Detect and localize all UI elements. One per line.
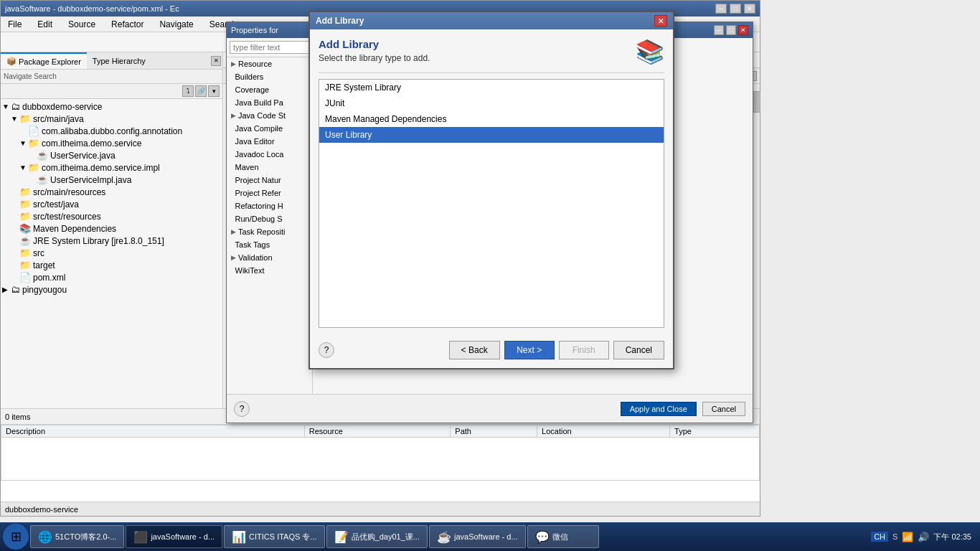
props-item-label-maven: Maven bbox=[235, 163, 259, 171]
arrow-builders bbox=[231, 73, 233, 80]
scrollbar-thumb[interactable] bbox=[753, 91, 760, 113]
props-item-label-validation: Validation bbox=[238, 253, 273, 262]
props-item-run-debug[interactable]: Run/Debug S bbox=[227, 212, 312, 225]
arrow-task-tags bbox=[231, 241, 233, 248]
separator bbox=[319, 72, 664, 73]
tab-type-hierarchy[interactable]: Type Hierarchy bbox=[87, 52, 151, 69]
menu-file[interactable]: File bbox=[4, 18, 26, 31]
cancel-dialog-button[interactable]: Cancel bbox=[613, 341, 664, 359]
start-button[interactable]: ⊞ bbox=[3, 524, 29, 550]
taskbar-item-javasoftware2[interactable]: ☕ javaSoftware - d... bbox=[429, 525, 526, 548]
dialog-close-btn[interactable]: ✕ bbox=[654, 15, 667, 27]
label-src-test-java: src/test/java bbox=[33, 199, 79, 209]
props-item-task-repositi[interactable]: ▶ Task Repositi bbox=[227, 225, 312, 238]
props-item-maven[interactable]: Maven bbox=[227, 161, 312, 174]
back-button[interactable]: < Back bbox=[449, 341, 500, 359]
tree-item-dubboxdemo[interactable]: ▼ 🗂 dubboxdemo-service bbox=[2, 100, 221, 113]
library-item-user[interactable]: User Library bbox=[319, 127, 664, 143]
props-item-builders[interactable]: Builders bbox=[227, 70, 312, 83]
props-item-label-resource: Resource bbox=[238, 60, 272, 68]
taskbar-item-wechat[interactable]: 💬 微信 bbox=[527, 525, 599, 548]
ide-minimize-btn[interactable]: ─ bbox=[715, 4, 727, 14]
arrow-dubboxdemo: ▼ bbox=[2, 103, 11, 110]
arrow-com-itheima-impl: ▼ bbox=[19, 164, 28, 171]
props-item-project-refer[interactable]: Project Refer bbox=[227, 187, 312, 199]
add-library-dialog: Add Library ✕ Add Library Select the lib… bbox=[308, 11, 674, 369]
label-com-alibaba: com.alibaba.dubbo.config.annotation bbox=[42, 126, 182, 136]
props-maximize[interactable]: □ bbox=[726, 25, 736, 35]
tree-item-userservice[interactable]: ☕ UserService.java bbox=[2, 149, 221, 161]
tree-item-src[interactable]: 📁 src bbox=[2, 247, 221, 259]
tree-item-target[interactable]: 📁 target bbox=[2, 259, 221, 271]
props-item-validation[interactable]: ▶ Validation bbox=[227, 251, 312, 264]
tree-item-com-itheima-impl[interactable]: ▼ 📁 com.itheima.demo.service.impl bbox=[2, 161, 221, 174]
library-item-jre[interactable]: JRE System Library bbox=[319, 80, 664, 95]
link-editor-btn[interactable]: 🔗 bbox=[195, 85, 207, 97]
arrow-com-alibaba bbox=[19, 127, 28, 135]
tree-item-src-test-resources[interactable]: 📁 src/test/resources bbox=[2, 210, 221, 222]
taskbar-label-word: 品优购_day01_课... bbox=[352, 532, 420, 542]
help-btn[interactable]: ? bbox=[234, 401, 250, 417]
lang-indicator[interactable]: CН bbox=[871, 532, 888, 542]
tree-item-maven-dependencies[interactable]: 📚 Maven Dependencies bbox=[2, 222, 221, 235]
props-item-resource[interactable]: ▶ Resource bbox=[227, 57, 312, 70]
tree-item-com-alibaba[interactable]: 📄 com.alibaba.dubbo.config.annotation bbox=[2, 125, 221, 137]
taskbar-item-word[interactable]: 📝 品优购_day01_课... bbox=[326, 525, 428, 548]
library-item-junit[interactable]: JUnit bbox=[319, 95, 664, 111]
tree-item-src-test-java[interactable]: 📁 src/test/java bbox=[2, 198, 221, 210]
tree-item-pom-xml[interactable]: 📄 pom.xml bbox=[2, 271, 221, 283]
tab-package-explorer[interactable]: 📦 Package Explorer bbox=[1, 52, 87, 69]
cancel-button[interactable]: Cancel bbox=[702, 402, 745, 416]
panel-menu-btn[interactable]: ▾ bbox=[208, 85, 220, 97]
props-item-java-build[interactable]: Java Build Pa bbox=[227, 96, 312, 109]
ide-status-bar: dubboxdemo-service bbox=[1, 501, 760, 516]
menu-source[interactable]: Source bbox=[64, 18, 100, 31]
tree-item-pingyougou[interactable]: ▶ 🗂 pingyougou bbox=[2, 283, 221, 296]
next-button[interactable]: Next > bbox=[504, 341, 555, 359]
library-item-maven[interactable]: Maven Managed Dependencies bbox=[319, 111, 664, 127]
finish-button[interactable]: Finish bbox=[559, 341, 609, 359]
panel-tab-toolbar: ⤵ 🔗 ▾ bbox=[1, 84, 222, 99]
label-target: target bbox=[33, 260, 55, 270]
tree-item-com-itheima-service[interactable]: ▼ 📁 com.itheima.demo.service bbox=[2, 137, 221, 149]
apply-close-button[interactable]: Apply and Close bbox=[621, 402, 697, 416]
scrollbar[interactable] bbox=[753, 84, 760, 410]
ide-maximize-btn[interactable]: □ bbox=[730, 4, 741, 14]
props-item-label-java-compile: Java Compile bbox=[235, 124, 283, 133]
collapse-all-btn[interactable]: ⤵ bbox=[182, 85, 194, 97]
taskbar-item-citics[interactable]: 📊 CITICS ITAQS 专... bbox=[224, 525, 325, 548]
props-close[interactable]: ✕ bbox=[738, 25, 748, 35]
props-item-java-code[interactable]: ▶ Java Code St bbox=[227, 109, 312, 122]
props-item-coverage[interactable]: Coverage bbox=[227, 83, 312, 96]
col-location: Location bbox=[537, 425, 670, 438]
props-item-label-builders: Builders bbox=[235, 72, 264, 81]
props-item-refactoring[interactable]: Refactoring H bbox=[227, 199, 312, 212]
dialog-heading: Add Library bbox=[319, 38, 430, 50]
props-item-java-compile[interactable]: Java Compile bbox=[227, 122, 312, 135]
menu-navigate[interactable]: Navigate bbox=[155, 18, 197, 31]
tree-item-userserviceimpl[interactable]: ☕ UserServiceImpl.java bbox=[2, 174, 221, 186]
props-item-java-editor[interactable]: Java Editor bbox=[227, 135, 312, 148]
props-minimize[interactable]: ─ bbox=[714, 25, 724, 35]
menu-edit[interactable]: Edit bbox=[33, 18, 57, 31]
items-count: 0 items bbox=[5, 413, 30, 421]
menu-refactor[interactable]: Refactor bbox=[107, 18, 148, 31]
ide-close-btn[interactable]: ✕ bbox=[744, 4, 755, 14]
tree-item-src-main-resources[interactable]: 📁 src/main/resources bbox=[2, 186, 221, 198]
ide-title: javaSoftware - dubboxdemo-service/pom.xm… bbox=[5, 4, 179, 13]
props-item-task-tags[interactable]: Task Tags bbox=[227, 238, 312, 251]
tree-item-src-main-java[interactable]: ▼ 📁 src/main/java bbox=[2, 113, 221, 125]
panel-close-btn[interactable]: ✕ bbox=[211, 56, 221, 66]
props-item-label-java-build: Java Build Pa bbox=[235, 98, 283, 107]
taskbar-item-intellij[interactable]: ⬛ javaSoftware - d... bbox=[126, 525, 222, 548]
filter-input[interactable] bbox=[230, 41, 309, 54]
dialog-help-btn[interactable]: ? bbox=[319, 342, 334, 358]
props-item-project-natur[interactable]: Project Natur bbox=[227, 174, 312, 187]
ime-indicator: S bbox=[892, 532, 897, 541]
props-item-wikitext[interactable]: WikiText bbox=[227, 264, 312, 277]
tree-item-jre-system[interactable]: ☕ JRE System Library [jre1.8.0_151] bbox=[2, 235, 221, 247]
taskbar-item-51cto[interactable]: 🌐 51CTO博客2.0-... bbox=[30, 525, 124, 548]
icon-userserviceimpl: ☕ bbox=[37, 174, 48, 185]
properties-bottom-buttons: ? Apply and Close Cancel bbox=[227, 394, 753, 423]
props-item-javadoc[interactable]: Javadoc Loca bbox=[227, 148, 312, 161]
